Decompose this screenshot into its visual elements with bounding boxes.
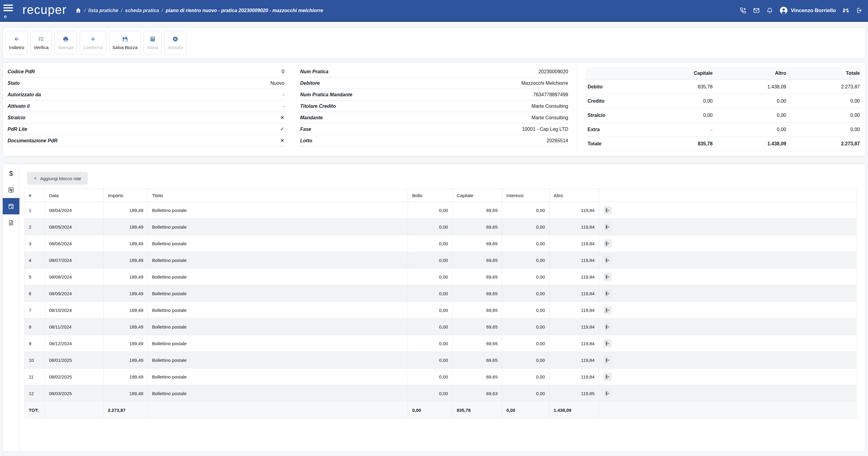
field-label: Debitore bbox=[300, 80, 320, 86]
tab-amounts[interactable]: $ bbox=[3, 165, 20, 182]
rate-actions-cell bbox=[599, 202, 857, 219]
rate-titolo: Bollettino postale bbox=[148, 368, 408, 385]
rate-num: 3 bbox=[25, 235, 45, 252]
remove-rate-block-button[interactable] bbox=[603, 289, 612, 298]
tab-settings[interactable] bbox=[3, 182, 20, 198]
breadcrumb-item[interactable]: lista pratiche bbox=[88, 8, 118, 13]
rate-actions-cell bbox=[599, 252, 857, 268]
tab-rate-schedule[interactable] bbox=[3, 198, 20, 215]
breadcrumb-separator: / bbox=[84, 8, 85, 13]
add-rate-block-button[interactable]: + Aggiungi blocco rate bbox=[27, 172, 88, 185]
rate-date: 08/12/2024 bbox=[45, 335, 103, 352]
rate-capitale: 69,65 bbox=[453, 202, 502, 219]
toolbar-button-label: Annulla bbox=[168, 45, 183, 50]
phone-incoming-icon[interactable] bbox=[740, 7, 747, 14]
rate-date: 08/06/2024 bbox=[45, 235, 103, 252]
rate-row: 308/06/2024189,49Bollettino postale0,006… bbox=[25, 235, 857, 252]
rate-interessi: 0,00 bbox=[502, 319, 549, 335]
app-logo: recuper bbox=[23, 4, 67, 18]
nav-overflow-text: e bbox=[4, 13, 7, 20]
rate-interessi: 0,00 bbox=[502, 268, 549, 285]
rate-altro: 119,84 bbox=[549, 219, 599, 235]
remove-rate-block-button[interactable] bbox=[603, 256, 612, 264]
sliders-icon bbox=[8, 187, 14, 193]
calculator-icon bbox=[150, 36, 156, 42]
tab-documents[interactable] bbox=[3, 215, 20, 231]
summary-value: - bbox=[641, 123, 714, 137]
verifica-button[interactable]: Verifica bbox=[30, 31, 52, 55]
field-row: DebitoreMazzocchi Melchiorre bbox=[300, 77, 568, 89]
home-icon[interactable] bbox=[75, 7, 82, 13]
summary-value: 0,00 bbox=[714, 108, 788, 123]
remove-block-icon bbox=[605, 258, 610, 263]
remove-rate-block-button[interactable] bbox=[603, 206, 612, 215]
field-row: Codice PdR0 bbox=[7, 66, 284, 77]
rate-num: 1 bbox=[25, 202, 45, 219]
conferma-button: Conferma bbox=[80, 31, 106, 55]
rate-importo: 189,49 bbox=[103, 352, 148, 368]
summary-value: 0,00 bbox=[641, 108, 714, 123]
rate-column-header: Altro bbox=[549, 189, 599, 202]
rate-altro: 119,84 bbox=[549, 302, 599, 319]
field-value: Mazzocchi Melchiorre bbox=[521, 80, 568, 86]
rate-bollo: 0,00 bbox=[408, 368, 453, 385]
remove-rate-block-button[interactable] bbox=[603, 389, 612, 397]
rate-num: 9 bbox=[25, 335, 45, 352]
remove-rate-block-button[interactable] bbox=[603, 372, 612, 381]
remove-rate-block-button[interactable] bbox=[603, 239, 612, 248]
rate-column-header: # bbox=[25, 189, 45, 202]
rate-actions-cell bbox=[599, 385, 857, 402]
rate-altro: 119,84 bbox=[549, 352, 599, 368]
mail-icon[interactable] bbox=[753, 7, 760, 14]
rate-row: 708/10/2024189,49Bollettino postale0,006… bbox=[25, 302, 857, 319]
summary-row-label: Credito bbox=[586, 94, 641, 108]
summary-row: Debito835,781.438,092.273,87 bbox=[586, 80, 862, 94]
field-label: Fase bbox=[300, 127, 311, 132]
total-empty bbox=[148, 402, 408, 419]
remove-block-icon bbox=[605, 274, 610, 280]
summary-row-label: Totale bbox=[586, 137, 641, 151]
printer-icon bbox=[63, 36, 69, 42]
remove-rate-block-button[interactable] bbox=[603, 323, 612, 331]
summary-row-label: Debito bbox=[586, 80, 641, 94]
user-exchange-icon[interactable] bbox=[842, 7, 849, 14]
rate-interessi: 0,00 bbox=[502, 285, 549, 302]
indietro-button[interactable]: Indietro bbox=[6, 31, 28, 55]
field-value: - bbox=[283, 92, 284, 98]
field-label: Num Pratica bbox=[300, 69, 328, 74]
user-menu[interactable]: Vincenzo Borriello bbox=[780, 6, 836, 14]
toolbar-button-label: Indietro bbox=[9, 45, 24, 50]
rate-capitale: 69,65 bbox=[453, 368, 502, 385]
rate-altro: 119,85 bbox=[549, 385, 599, 402]
remove-rate-block-button[interactable] bbox=[603, 339, 612, 348]
rate-titolo: Bollettino postale bbox=[148, 252, 408, 268]
remove-rate-block-button[interactable] bbox=[603, 356, 612, 364]
rate-row: 1008/01/2025189,49Bollettino postale0,00… bbox=[25, 352, 857, 368]
rate-importo: 189,48 bbox=[103, 385, 148, 402]
navbar-actions: Vincenzo Borriello bbox=[740, 6, 863, 14]
rate-num: 2 bbox=[25, 219, 45, 235]
field-row: Stralcio✕ bbox=[7, 112, 284, 124]
total-empty bbox=[599, 402, 857, 419]
rate-titolo: Bollettino postale bbox=[148, 268, 408, 285]
bell-icon[interactable] bbox=[766, 7, 773, 14]
hamburger-menu-icon[interactable] bbox=[3, 4, 13, 11]
summary-table: CapitaleAltroTotale Debito835,781.438,09… bbox=[586, 67, 862, 151]
salva-bozza-button[interactable]: Salva Bozza bbox=[109, 31, 141, 55]
remove-rate-block-button[interactable] bbox=[603, 223, 612, 231]
rate-column-header bbox=[599, 189, 857, 202]
summary-value: 0,00 bbox=[788, 123, 862, 137]
rate-actions-cell bbox=[599, 335, 857, 352]
remove-rate-block-button[interactable] bbox=[603, 272, 612, 281]
summary-value: 0,00 bbox=[714, 123, 788, 137]
rate-column-header: Importo bbox=[103, 189, 148, 202]
rate-total-row: TOT:2.273,870,00835,780,001.438,09 bbox=[25, 402, 857, 419]
rate-num: 6 bbox=[25, 285, 45, 302]
remove-rate-block-button[interactable] bbox=[603, 306, 612, 314]
logout-icon[interactable] bbox=[856, 7, 863, 14]
cancel-circle-icon bbox=[172, 36, 178, 42]
breadcrumb-item[interactable]: scheda pratica bbox=[125, 8, 159, 13]
field-row: Attivato il- bbox=[7, 100, 284, 112]
summary-value: 2.273,87 bbox=[788, 80, 862, 94]
field-row: Autorizzato da- bbox=[7, 89, 284, 100]
